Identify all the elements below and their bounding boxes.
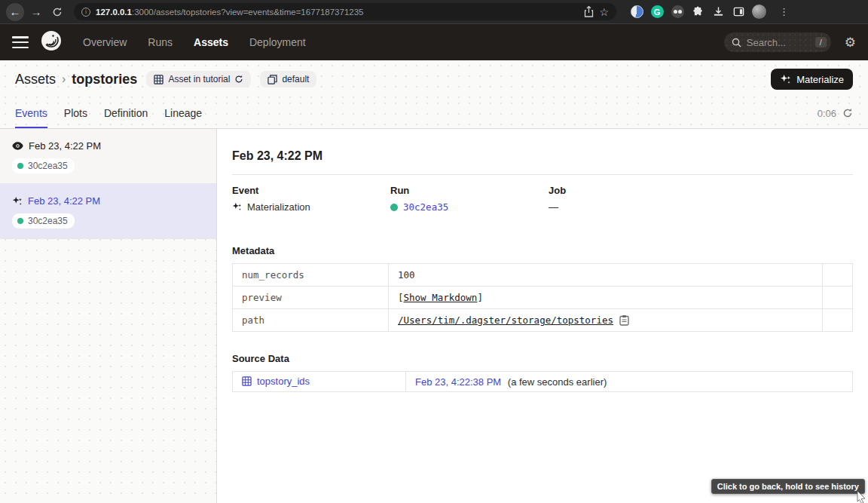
nav-item-runs[interactable]: Runs (148, 36, 173, 48)
table-row: path /Users/tim/.dagster/storage/topstor… (233, 309, 853, 332)
side-panel-icon[interactable] (732, 5, 745, 19)
url-host: 127.0.0.1 (96, 8, 132, 17)
tab-definition[interactable]: Definition (104, 98, 148, 128)
run-id: 30c2ea35 (28, 216, 68, 226)
refresh-timer: 0:06 (818, 108, 836, 119)
browser-menu-icon[interactable]: ⋮ (779, 6, 789, 17)
table-row: num_records 100 (233, 264, 853, 287)
bracket: [ (398, 292, 404, 303)
url-rest: :3000/assets/topstories?view=events&time… (132, 8, 364, 17)
source-asset-name: topstory_ids (257, 376, 310, 387)
address-bar[interactable]: i 127.0.0.1:3000/assets/topstories?view=… (74, 3, 616, 20)
group-copy-icon (267, 75, 277, 84)
group-badge[interactable]: default (260, 71, 316, 87)
extension-blue-icon[interactable] (630, 5, 643, 19)
source-time-link[interactable]: Feb 23, 4:22:38 PM (415, 376, 501, 388)
asset-grid-icon (242, 376, 252, 386)
metadata-table: num_records 100 preview [Show Markdown] … (232, 263, 853, 332)
settings-gear-icon[interactable]: ⚙ (845, 36, 856, 49)
asset-grid-icon (154, 75, 164, 84)
metadata-extra-cell (823, 264, 853, 287)
job-value: — (549, 201, 558, 213)
breadcrumb-asset-name: topstories (72, 72, 137, 87)
browser-forward-button[interactable]: → (27, 3, 45, 21)
share-icon[interactable] (584, 6, 594, 17)
tab-events[interactable]: Events (15, 98, 47, 128)
materialize-label: Materialize (796, 74, 844, 85)
bookmark-star-icon[interactable]: ☆ (599, 6, 609, 18)
run-id-pill[interactable]: 30c2ea35 (12, 213, 75, 228)
browser-back-button[interactable]: ← (6, 3, 24, 21)
metadata-key: path (233, 309, 389, 332)
reload-icon (52, 7, 63, 17)
source-asset-link[interactable]: topstory_ids (242, 376, 310, 387)
search-shortcut-badge: / (815, 37, 827, 48)
job-column-label: Job (549, 185, 853, 196)
table-row: topstory_ids Feb 23, 4:22:38 PM (a few s… (233, 372, 853, 392)
metadata-value: [Show Markdown] (389, 287, 823, 309)
asset-tabs: Events Plots Definition Lineage 0:06 (0, 98, 868, 129)
extensions-puzzle-icon[interactable] (691, 5, 704, 19)
browser-reload-button[interactable] (48, 3, 66, 21)
path-link[interactable]: /Users/tim/.dagster/storage/topstories (398, 314, 613, 326)
screen: ← → i 127.0.0.1:3000/assets/topstories?v… (0, 0, 868, 503)
table-row: preview [Show Markdown] (233, 287, 853, 309)
event-column-label: Event (232, 185, 390, 196)
metadata-value: /Users/tim/.dagster/storage/topstories (389, 309, 823, 332)
asset-page-header: Assets › topstories Asset in tutorial de… (0, 60, 868, 98)
breadcrumb-assets[interactable]: Assets (15, 72, 56, 87)
event-list-sidebar: Feb 23, 4:22 PM 30c2ea35 Feb 23, 4:22 PM… (0, 129, 217, 503)
mouse-cursor (856, 491, 866, 503)
tab-lineage[interactable]: Lineage (164, 98, 202, 128)
tab-plots[interactable]: Plots (64, 98, 87, 128)
browser-toolbar: ← → i 127.0.0.1:3000/assets/topstories?v… (0, 0, 868, 24)
nav-item-assets[interactable]: Assets (194, 36, 228, 48)
dagster-logo[interactable] (41, 30, 62, 54)
run-id: 30c2ea35 (28, 161, 68, 171)
event-type-value: Materialization (247, 201, 310, 213)
metadata-section: Metadata num_records 100 preview [Show M… (232, 245, 853, 332)
materialization-sparkle-icon (232, 202, 242, 212)
nav-item-overview[interactable]: Overview (83, 36, 127, 48)
downloads-icon[interactable] (711, 5, 725, 19)
run-id-pill[interactable]: 30c2ea35 (12, 158, 75, 173)
metadata-key: preview (233, 287, 389, 309)
event-list-item-materialization[interactable]: Feb 23, 4:22 PM 30c2ea35 (0, 184, 216, 239)
app-navbar: Overview Runs Assets Deployment Search..… (0, 24, 868, 60)
job-column: Job — (549, 185, 853, 213)
group-label: default (282, 74, 309, 84)
goggles-extension-icon[interactable] (671, 5, 684, 19)
event-list-item-observation[interactable]: Feb 23, 4:22 PM 30c2ea35 (0, 129, 216, 184)
source-data-section: Source Data topstory_ids Feb 23, 4:22:38… (232, 353, 853, 392)
reload-location-icon[interactable] (234, 75, 243, 84)
materialize-button[interactable]: Materialize (771, 69, 853, 90)
source-time-note: (a few seconds earlier) (508, 376, 607, 388)
hamburger-menu-icon[interactable] (12, 36, 29, 48)
code-location-badge[interactable]: Asset in tutorial (146, 71, 251, 87)
metadata-key: num_records (233, 264, 389, 287)
search-input[interactable]: Search... / (724, 32, 831, 52)
search-placeholder: Search... (747, 37, 810, 48)
browser-profile-avatar[interactable] (752, 5, 766, 19)
show-markdown-link[interactable]: Show Markdown (404, 292, 478, 303)
run-column: Run 30c2ea35 (390, 185, 549, 213)
page-info-icon[interactable]: i (81, 8, 90, 17)
event-detail-title: Feb 23, 4:22 PM (232, 149, 853, 163)
run-id-link[interactable]: 30c2ea35 (403, 201, 448, 213)
source-data-table: topstory_ids Feb 23, 4:22:38 PM (a few s… (232, 371, 853, 392)
search-icon (732, 38, 741, 48)
grammarly-icon[interactable]: G (650, 5, 664, 19)
refresh-icon[interactable] (842, 108, 853, 118)
run-column-label: Run (390, 185, 549, 196)
url-text[interactable]: 127.0.0.1:3000/assets/topstories?view=ev… (96, 8, 579, 17)
event-column: Event Materialization (232, 185, 390, 213)
event-detail-panel: Feb 23, 4:22 PM Event Materialization Ru… (217, 129, 868, 503)
source-data-title: Source Data (232, 353, 853, 364)
copy-clipboard-icon[interactable] (619, 314, 629, 326)
run-status-dot (17, 163, 23, 169)
event-timestamp: Feb 23, 4:22 PM (29, 140, 101, 152)
event-timestamp: Feb 23, 4:22 PM (28, 195, 100, 207)
back-button-tooltip: Click to go back, hold to see history (711, 479, 865, 494)
metadata-title: Metadata (232, 245, 853, 256)
nav-item-deployment[interactable]: Deployment (249, 36, 306, 48)
